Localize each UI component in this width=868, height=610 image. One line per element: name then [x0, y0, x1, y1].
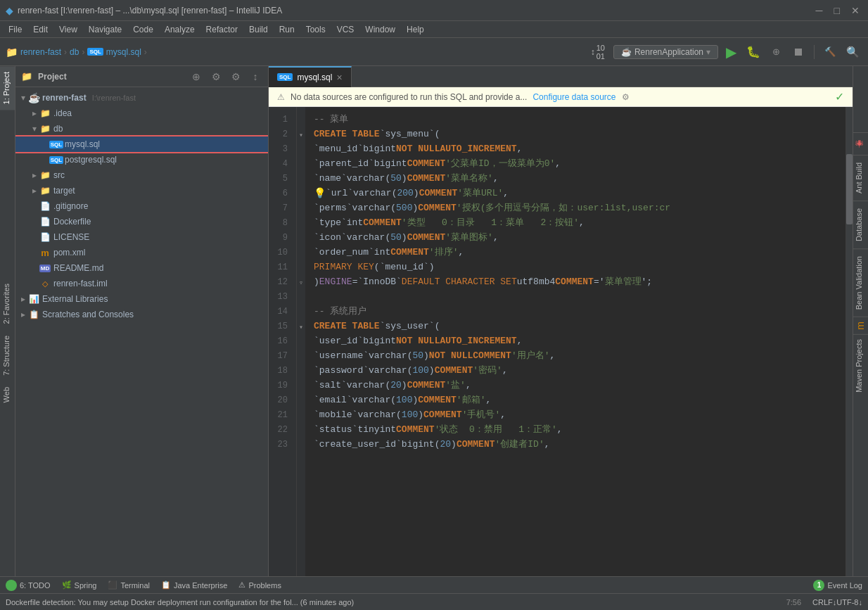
menu-vcs[interactable]: VCS	[331, 23, 360, 36]
right-tab-ant-build[interactable]: 🕷	[853, 132, 868, 155]
close-btn[interactable]: ✕	[851, 5, 860, 16]
status-todo[interactable]: 6: TODO	[6, 580, 51, 591]
tree-item-mysql-sql[interactable]: SQL mysql.sql	[15, 136, 268, 152]
tree-arrow-db[interactable]: ▾	[30, 124, 39, 134]
status-event-log[interactable]: 1 Event Log	[813, 580, 862, 591]
breadcrumb-project[interactable]: renren-fast	[20, 47, 61, 57]
fold-2[interactable]: ▾	[297, 127, 305, 142]
panel-settings-btn[interactable]: ⊕	[189, 70, 203, 84]
tree-arrow-scratches[interactable]: ▸	[18, 310, 28, 319]
tree-label-src: src	[53, 170, 65, 180]
status-java-enterprise[interactable]: 📋 Java Enterprise	[161, 580, 227, 590]
build-button[interactable]: 🔨	[820, 42, 840, 62]
fold-11	[297, 260, 305, 275]
menu-file[interactable]: File	[3, 23, 27, 36]
sidebar-item-structure[interactable]: 7: Structure	[0, 330, 15, 381]
vcs-indicator[interactable]: ↕ 1001	[591, 44, 605, 61]
status-crlf[interactable]: CRLF↓	[812, 598, 836, 606]
tree-item-ext-libs[interactable]: ▸ 📊 External Libraries	[15, 291, 268, 307]
project-panel-icon: 📁	[21, 71, 32, 82]
status-todo-label: 6: TODO	[20, 581, 51, 590]
status-problems-label: Problems	[248, 581, 281, 590]
maximize-btn[interactable]: □	[834, 5, 840, 16]
right-tab-database[interactable]: Database	[853, 201, 868, 248]
tree-item-pom[interactable]: m pom.xml	[15, 245, 268, 260]
tree-arrow-root[interactable]: ▾	[18, 93, 28, 103]
code-line-8: `type` int COMMENT '类型 0：目录 1：菜单 2：按钮',	[314, 216, 837, 231]
tab-close-btn[interactable]: ×	[336, 72, 342, 83]
tree-item-iml[interactable]: ◇ renren-fast.iml	[15, 276, 268, 291]
search-everywhere-button[interactable]: 🔍	[843, 42, 862, 62]
menu-edit[interactable]: Edit	[27, 23, 53, 36]
debug-button[interactable]: 🐛	[743, 42, 763, 62]
fold-12[interactable]: ▿	[297, 275, 305, 290]
editor-tab-mysql-sql[interactable]: SQL mysql.sql ×	[269, 66, 352, 87]
tree-arrow-src[interactable]: ▸	[30, 170, 39, 180]
menu-view[interactable]: View	[53, 23, 83, 36]
code-line-20: `email` varchar(100) COMMENT '邮箱',	[314, 393, 837, 408]
menu-refactor[interactable]: Refactor	[200, 23, 243, 36]
right-tab-ant-build-label[interactable]: Ant Build	[853, 155, 868, 201]
status-encoding[interactable]: UTF-8↓	[836, 598, 862, 606]
menu-analyze[interactable]: Analyze	[159, 23, 200, 36]
sidebar-item-web[interactable]: Web	[0, 381, 15, 408]
scroll-track[interactable]	[845, 107, 853, 576]
right-tab-bean-validation[interactable]: Bean Validation	[853, 248, 868, 317]
tree-item-readme[interactable]: MD README.md	[15, 260, 268, 276]
coverage-button[interactable]: ⊕	[766, 42, 786, 62]
menu-navigate[interactable]: Navigate	[83, 23, 127, 36]
menu-code[interactable]: Code	[127, 23, 159, 36]
right-tab-maven[interactable]: m	[853, 317, 868, 334]
menu-tools[interactable]: Tools	[300, 23, 331, 36]
tree-item-root[interactable]: ▾ ☕ renren-fast I:\renren-fast	[15, 90, 268, 106]
info-check-icon[interactable]: ✓	[835, 90, 844, 103]
minimize-btn[interactable]: ─	[816, 5, 823, 16]
fold-15[interactable]: ▾	[297, 319, 305, 334]
tree-item-target[interactable]: ▸ 📁 target	[15, 183, 268, 198]
sidebar-item-project[interactable]: 1: Project	[0, 66, 15, 110]
run-button[interactable]: ▶	[721, 42, 741, 62]
tree-item-dockerfile[interactable]: 📄 Dockerfile	[15, 214, 268, 229]
line-num-12: 12	[269, 275, 293, 290]
code-content[interactable]: -- 菜单 CREATE TABLE `sys_menu` ( `menu_id…	[305, 107, 845, 576]
status-terminal[interactable]: ⬛ Terminal	[108, 580, 150, 590]
stop-button[interactable]: ⏹	[789, 42, 808, 62]
tree-item-scratches[interactable]: ▸ 📋 Scratches and Consoles	[15, 307, 268, 322]
tree-arrow-ext[interactable]: ▸	[18, 294, 28, 304]
code-editor[interactable]: 1 2 3 4 5 6 7 8 9 10 11 12 13 14 15 16 1…	[269, 107, 853, 576]
line-num-6: 6	[269, 186, 293, 201]
right-tab-maven-label[interactable]: Maven Projects	[853, 334, 868, 397]
run-config-selector[interactable]: ☕ RenrenApplication ▾	[613, 45, 718, 59]
menu-window[interactable]: Window	[359, 23, 401, 36]
panel-collapse-btn[interactable]: ↕	[248, 70, 262, 84]
tree-item-license[interactable]: 📄 LICENSE	[15, 229, 268, 245]
status-problems[interactable]: ⚠ Problems	[238, 580, 281, 590]
sidebar-item-favorites[interactable]: 2: Favorites	[0, 278, 15, 329]
tree-arrow-idea[interactable]: ▸	[30, 108, 39, 118]
line-num-8: 8	[269, 216, 293, 231]
tree-label-target: target	[53, 186, 75, 196]
tree-item-idea[interactable]: ▸ 📁 .idea	[15, 106, 268, 121]
menu-run[interactable]: Run	[274, 23, 300, 36]
line-num-10: 10	[269, 246, 293, 260]
tree-item-gitignore[interactable]: 📄 .gitignore	[15, 198, 268, 214]
tree-arrow-target[interactable]: ▸	[30, 186, 39, 196]
panel-config-btn[interactable]: ⚙	[209, 70, 223, 84]
main-area: 1: Project 2: Favorites 7: Structure Web…	[0, 66, 868, 576]
tree-label-iml: renren-fast.iml	[53, 279, 108, 288]
code-line-14: -- 系统用户	[314, 305, 837, 319]
java-enterprise-icon: 📋	[161, 580, 171, 590]
scroll-thumb[interactable]	[846, 154, 853, 224]
info-link[interactable]: Configure data source	[532, 92, 615, 102]
info-settings-icon[interactable]: ⚙	[622, 92, 630, 102]
status-java-label: Java Enterprise	[174, 581, 227, 590]
menu-help[interactable]: Help	[401, 23, 430, 36]
breadcrumb-db[interactable]: db	[70, 47, 79, 57]
status-spring[interactable]: 🌿 Spring	[62, 580, 97, 590]
breadcrumb-file[interactable]: mysql.sql	[106, 47, 141, 57]
menu-build[interactable]: Build	[243, 23, 274, 36]
panel-gear-btn[interactable]: ⚙	[229, 70, 243, 84]
tree-item-postgresql-sql[interactable]: SQL postgresql.sql	[15, 152, 268, 167]
tree-item-db[interactable]: ▾ 📁 db	[15, 121, 268, 136]
tree-item-src[interactable]: ▸ 📁 src	[15, 167, 268, 183]
